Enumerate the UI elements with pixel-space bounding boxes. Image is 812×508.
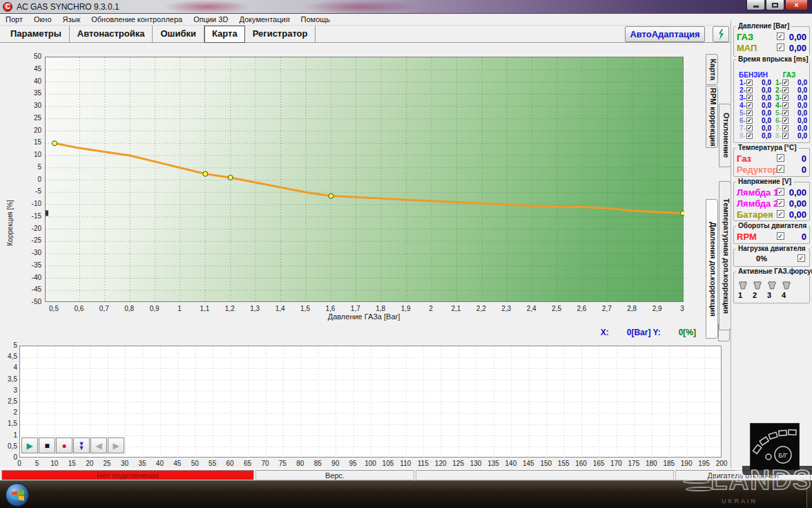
menu-item-6[interactable]: Помощь	[296, 15, 336, 24]
pressure-checkbox-0[interactable]: ✓	[777, 32, 784, 40]
recorder-x-tick: 160	[573, 460, 590, 467]
map-point[interactable]	[681, 211, 685, 216]
collapse-button[interactable]: ▼▼	[73, 438, 90, 453]
version-status: Верс.	[255, 470, 414, 480]
recorder-x-tick: 125	[450, 460, 467, 467]
record-button[interactable]: ●	[56, 438, 72, 453]
voltage-checkbox-1[interactable]: ✓	[777, 199, 784, 207]
y-tick-label: -10	[1, 200, 41, 207]
benzin-injector-checkbox-7[interactable]: ✓	[746, 125, 753, 131]
map-point[interactable]	[329, 194, 334, 198]
side-tab-rpm[interactable]: RPM коррекция	[706, 86, 718, 148]
caption-buttons: ×	[746, 0, 808, 11]
y-tick-label: 40	[1, 77, 41, 85]
side-tab-pressure-corr[interactable]: Давления доп.коррекция	[706, 199, 718, 339]
stop-button[interactable]: ■	[39, 438, 55, 453]
recorder-toolbar: ▶■●▼▼◀▶	[21, 438, 125, 453]
x-tick-label: 2,2	[470, 305, 493, 312]
gas-injector-checkbox-1[interactable]: ✓	[782, 79, 789, 86]
x-tick-label: 1,8	[369, 305, 392, 312]
injection-group: Время впрыска [ms] БЕНЗИН ГАЗ 1-✓0,01-✓0…	[733, 59, 810, 143]
side-tab-temp-corr[interactable]: Температурная доп.коррекция	[719, 181, 731, 330]
temperature-checkbox-1[interactable]: ✓	[777, 165, 784, 173]
tab-3[interactable]: Карта	[204, 26, 245, 43]
autoadaptation-button[interactable]: АвтоАдаптация	[625, 26, 705, 42]
gas-injector-number-8: 8-	[771, 132, 782, 140]
map-point[interactable]	[52, 141, 57, 146]
benzin-injector-checkbox-1[interactable]: ✓	[746, 79, 753, 86]
screen: AC GAS SYNCHRO 9.3.0.1 × ПортОкноЯзыкОбн…	[0, 0, 812, 508]
tab-2[interactable]: Ошибки	[153, 26, 204, 43]
y-tick-label: -20	[1, 225, 41, 232]
benzin-injector-checkbox-8[interactable]: ✓	[746, 133, 753, 139]
menu-item-0[interactable]: Порт	[0, 15, 28, 24]
pressure-group: Давление [Bar] ГАЗ✓0,00МАП✓0,00	[733, 26, 810, 57]
benzin-injector-checkbox-5[interactable]: ✓	[746, 110, 753, 116]
map-point[interactable]	[228, 175, 233, 180]
rpm-checkbox[interactable]: ✓	[777, 232, 784, 240]
minimize-button[interactable]	[746, 0, 765, 10]
voltage-checkbox-2[interactable]: ✓	[777, 210, 784, 218]
benzin-injector-checkbox-4[interactable]: ✓	[746, 102, 753, 109]
recorder-y-tick: 5	[1, 341, 17, 349]
window-title: AC GAS SYNCHRO 9.3.0.1	[17, 2, 119, 12]
x-tick-label: 1,6	[318, 305, 342, 312]
gas-injector-number-7: 7-	[771, 124, 782, 132]
menu-item-4[interactable]: Опции 3D	[188, 15, 233, 24]
y-tick-label: 5	[1, 163, 41, 171]
prev-button[interactable]: ◀	[90, 438, 107, 453]
map-point[interactable]	[203, 171, 208, 176]
next-button[interactable]: ▶	[108, 438, 124, 453]
recorder-x-tick: 35	[134, 460, 151, 467]
taskbar: AC RU 11:01 27.05.2014	[0, 480, 812, 508]
benzin-injector-checkbox-3[interactable]: ✓	[746, 95, 753, 101]
benzin-injector-number-5: 5-	[735, 109, 746, 117]
recorder-x-tick: 15	[64, 460, 80, 467]
y-tick-label: 35	[1, 89, 41, 97]
gas-injector-checkbox-3[interactable]: ✓	[782, 95, 789, 101]
gas-injector-checkbox-6[interactable]: ✓	[782, 117, 789, 124]
side-tab-karta[interactable]: Карта	[706, 54, 718, 85]
pressure-label-1: МАП	[737, 43, 757, 53]
x-tick-label: 2,7	[595, 305, 619, 312]
switch-logo-text: Б/Г	[778, 452, 787, 459]
y-tick-label: -15	[1, 212, 41, 220]
voltage-value-2: 0,00	[789, 209, 806, 220]
maximize-button[interactable]	[766, 0, 784, 10]
gas-injector-number-1: 1-	[771, 79, 782, 86]
tab-1[interactable]: Автонастройка	[70, 26, 153, 43]
y-tick-label: -40	[1, 274, 41, 281]
benzin-injector-checkbox-6[interactable]: ✓	[746, 117, 753, 124]
side-tab-otklonenie[interactable]: Отклонение	[719, 104, 731, 167]
tab-row: ПараметрыАвтонастройкаОшибкиКартаРегистр…	[0, 26, 731, 43]
benzin-injector-number-6: 6-	[735, 117, 746, 124]
chart-plot-area[interactable]	[45, 57, 684, 302]
recorder-x-tick: 50	[186, 460, 203, 467]
recorder-canvas	[20, 346, 722, 458]
menu-item-2[interactable]: Язык	[57, 15, 86, 24]
gas-injector-checkbox-2[interactable]: ✓	[782, 87, 789, 93]
gas-injector-checkbox-8[interactable]: ✓	[782, 133, 789, 139]
menu-item-1[interactable]: Окно	[28, 15, 57, 24]
y-axis-marker	[46, 210, 48, 216]
tab-0[interactable]: Параметры	[3, 26, 70, 43]
gas-injector-checkbox-7[interactable]: ✓	[782, 125, 789, 131]
close-button[interactable]: ×	[785, 0, 808, 10]
load-checkbox[interactable]: ✓	[798, 254, 805, 262]
menu-item-5[interactable]: Документация	[233, 15, 295, 24]
start-button[interactable]	[6, 483, 29, 507]
gas-injector-checkbox-4[interactable]: ✓	[782, 102, 789, 109]
show-desktop-button[interactable]	[806, 480, 812, 508]
connect-button[interactable]	[713, 26, 729, 42]
benzin-injection-time-4: 0,0	[753, 102, 771, 109]
menu-item-3[interactable]: Обновление контроллера	[86, 15, 188, 24]
benzin-injector-checkbox-2[interactable]: ✓	[746, 87, 753, 93]
temperature-checkbox-0[interactable]: ✓	[777, 154, 784, 162]
y-tick-label: 0	[1, 176, 41, 183]
pressure-checkbox-1[interactable]: ✓	[777, 44, 784, 51]
tab-4[interactable]: Регистратор	[245, 26, 316, 43]
engine-status: Двигатель отключен	[675, 470, 811, 480]
gas-injector-checkbox-5[interactable]: ✓	[782, 110, 789, 116]
voltage-checkbox-0[interactable]: ✓	[777, 188, 784, 196]
play-button[interactable]: ▶	[21, 438, 38, 453]
